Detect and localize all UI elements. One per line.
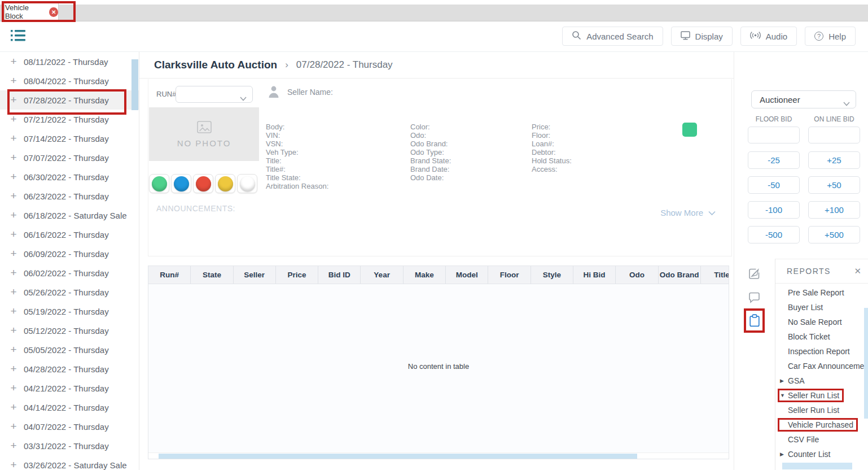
expand-plus-icon[interactable]: + (10, 211, 17, 219)
expand-plus-icon[interactable]: + (10, 115, 17, 123)
status-color-button[interactable] (171, 174, 191, 193)
expand-plus-icon[interactable]: + (10, 327, 17, 334)
column-header[interactable]: State (191, 266, 233, 284)
floor-bid-decrement-button[interactable]: -50 (748, 176, 800, 194)
sidebar-item-sale-date[interactable]: + 07/28/2022 - Thursday (0, 90, 139, 110)
column-header[interactable]: Seller (234, 266, 276, 284)
menu-list-icon[interactable] (10, 29, 26, 43)
report-item[interactable]: Car Fax Announcement (775, 359, 868, 373)
column-header[interactable]: Floor (488, 266, 531, 284)
expand-plus-icon[interactable]: + (10, 154, 17, 162)
sidebar-item-sale-date[interactable]: + 04/07/2022 - Thursday (0, 417, 139, 436)
sidebar-item-sale-date[interactable]: + 06/23/2022 - Thursday (0, 186, 139, 206)
online-bid-increment-button[interactable]: +50 (808, 176, 860, 194)
tree-arrow-icon[interactable]: ▼ (780, 393, 788, 398)
sidebar-item-sale-date[interactable]: + 07/07/2022 - Thursday (0, 148, 139, 167)
expand-plus-icon[interactable]: + (10, 288, 17, 296)
sidebar-item-sale-date[interactable]: + 08/04/2022 - Thursday (0, 71, 139, 90)
report-item[interactable]: Buyer List (775, 300, 868, 315)
status-color-button[interactable] (237, 174, 257, 193)
floor-bid-decrement-button[interactable]: -100 (748, 201, 800, 219)
column-header[interactable]: Make (404, 266, 446, 284)
online-bid-increment-button[interactable]: +25 (808, 151, 860, 169)
report-item[interactable]: Block Ticket (775, 329, 868, 344)
sidebar-item-sale-date[interactable]: + 06/18/2022 - Saturday Sale (0, 206, 139, 225)
report-item[interactable]: Pre Sale Report (775, 285, 868, 300)
audio-button[interactable]: Audio (740, 27, 797, 46)
expand-plus-icon[interactable]: + (10, 307, 17, 315)
expand-plus-icon[interactable]: + (10, 365, 17, 373)
status-color-button[interactable] (149, 174, 169, 193)
expand-plus-icon[interactable]: + (10, 461, 17, 469)
expand-plus-icon[interactable]: + (10, 134, 17, 142)
expand-plus-icon[interactable]: + (10, 403, 17, 411)
sidebar-item-sale-date[interactable]: + 05/05/2022 - Thursday (0, 340, 139, 359)
column-header[interactable]: Odo Brand (659, 266, 701, 284)
sidebar-item-sale-date[interactable]: + 07/21/2022 - Thursday (0, 110, 139, 129)
sidebar-item-sale-date[interactable]: + 05/26/2022 - Thursday (0, 282, 139, 302)
sidebar-item-sale-date[interactable]: + 07/14/2022 - Thursday (0, 129, 139, 148)
sidebar-item-sale-date[interactable]: + 04/21/2022 - Thursday (0, 378, 139, 398)
column-header[interactable]: Title (701, 266, 729, 284)
sidebar-item-sale-date[interactable]: + 05/19/2022 - Thursday (0, 302, 139, 321)
expand-plus-icon[interactable]: + (10, 423, 17, 430)
sidebar-item-sale-date[interactable]: + 05/12/2022 - Thursday (0, 321, 139, 340)
sidebar-item-sale-date[interactable]: + 04/28/2022 - Thursday (0, 359, 139, 378)
sidebar-item-sale-date[interactable]: + 08/11/2022 - Thursday (0, 52, 139, 71)
report-item[interactable]: No Sale Report (775, 315, 868, 329)
status-color-button[interactable] (215, 174, 235, 193)
report-item[interactable]: Inspection Report (775, 344, 868, 359)
report-item[interactable]: ▼ Seller Run List (775, 388, 868, 403)
column-header[interactable]: Hi Bid (573, 266, 616, 284)
expand-plus-icon[interactable]: + (10, 77, 17, 85)
tree-arrow-icon[interactable]: ▶ (780, 451, 788, 457)
floor-bid-input[interactable] (748, 127, 800, 143)
expand-plus-icon[interactable]: + (10, 230, 17, 238)
show-more-link[interactable]: Show More (660, 208, 716, 217)
tab-close-icon[interactable]: ✕ (49, 7, 58, 17)
expand-plus-icon[interactable]: + (10, 58, 17, 66)
close-icon[interactable]: ✕ (854, 266, 861, 276)
column-header[interactable]: Price (276, 266, 318, 284)
auctioneer-select[interactable]: Auctioneer (751, 90, 856, 108)
edit-pencil-icon[interactable] (746, 265, 762, 282)
report-item[interactable]: ▶ GSA (775, 373, 868, 388)
run-number-select[interactable] (176, 86, 253, 103)
report-item[interactable]: Vehicle Purchased (775, 417, 868, 432)
expand-plus-icon[interactable]: + (10, 250, 17, 258)
tree-arrow-icon[interactable]: ▶ (780, 378, 788, 384)
expand-plus-icon[interactable]: + (10, 269, 17, 277)
table-scrollbar-thumb[interactable] (159, 454, 637, 459)
sidebar-scrollbar-thumb[interactable] (131, 59, 138, 110)
expand-plus-icon[interactable]: + (10, 192, 17, 200)
column-header[interactable]: Model (446, 266, 488, 284)
tab-vehicle-block[interactable]: Vehicle Block ✕ (5, 2, 59, 21)
column-header[interactable]: Bid ID (318, 266, 361, 284)
expand-plus-icon[interactable]: + (10, 346, 17, 354)
sidebar-item-sale-date[interactable]: + 03/31/2022 - Thursday (0, 436, 139, 455)
online-bid-increment-button[interactable]: +100 (808, 201, 860, 219)
sidebar-item-sale-date[interactable]: + 06/30/2022 - Thursday (0, 167, 139, 186)
online-bid-increment-button[interactable]: +500 (808, 226, 860, 243)
help-button[interactable]: ? Help (805, 27, 856, 46)
reports-horizontal-scrollbar-thumb[interactable] (782, 463, 852, 469)
column-header[interactable]: Year (361, 266, 403, 284)
floor-bid-decrement-button[interactable]: -500 (748, 226, 800, 243)
sidebar-item-sale-date[interactable]: + 06/02/2022 - Thursday (0, 263, 139, 282)
expand-plus-icon[interactable]: + (10, 384, 17, 392)
sidebar-item-sale-date[interactable]: + 06/09/2022 - Thursday (0, 244, 139, 263)
expand-plus-icon[interactable]: + (10, 442, 17, 450)
floor-bid-decrement-button[interactable]: -25 (748, 151, 800, 169)
sidebar-item-sale-date[interactable]: + 03/26/2022 - Saturday Sale (0, 455, 139, 470)
report-item[interactable]: CSV File (775, 432, 868, 447)
column-header[interactable]: Run# (148, 266, 191, 284)
clipboard-reports-icon[interactable] (744, 308, 765, 333)
breadcrumb-auction-name[interactable]: Clarksville Auto Auction (154, 59, 277, 71)
column-header[interactable]: Odo (616, 266, 658, 284)
comment-bubble-icon[interactable] (746, 289, 762, 306)
sidebar-item-sale-date[interactable]: + 04/14/2022 - Thursday (0, 398, 139, 417)
advanced-search-button[interactable]: Advanced Search (562, 27, 663, 46)
reports-vertical-scrollbar-thumb[interactable] (864, 308, 868, 419)
expand-plus-icon[interactable]: + (10, 173, 17, 181)
display-button[interactable]: Display (671, 27, 733, 46)
